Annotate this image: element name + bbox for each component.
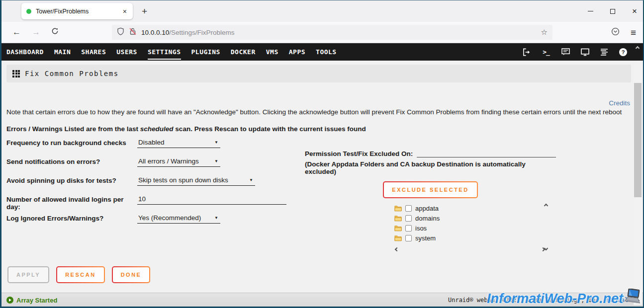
new-tab-button[interactable]: + (142, 6, 147, 17)
toolbar-right: ≡ (611, 22, 636, 43)
page-title: Fix Common Problems (25, 70, 119, 77)
scroll-left-icon[interactable] (395, 247, 399, 251)
apply-button[interactable]: APPLY (7, 266, 49, 283)
scrollbar-thumb[interactable] (634, 83, 642, 197)
folder-icon (394, 225, 402, 231)
array-status-text: Array Started (16, 297, 57, 304)
page-title-bar: Fix Common Problems (6, 65, 631, 82)
nav-item-docker[interactable]: DOCKER (231, 44, 256, 60)
window-controls: × (588, 0, 637, 22)
help-icon[interactable]: ? (619, 48, 627, 56)
pocket-icon[interactable] (611, 27, 620, 38)
main-content: Fix Common Problems Credits Note that ce… (1, 61, 643, 293)
scrollbar-up-icon[interactable] (636, 46, 640, 50)
frequency-label: Frequency to run background checks (6, 138, 137, 147)
shield-icon[interactable] (117, 27, 124, 37)
permission-note: (Docker Appdata Folders and CA backup De… (305, 160, 556, 175)
folder-icon (394, 205, 402, 212)
nav-item-plugins[interactable]: PLUGINS (191, 44, 220, 60)
done-button[interactable]: DONE (112, 266, 151, 283)
action-buttons: APPLY RESCAN DONE (7, 266, 150, 283)
rescan-button[interactable]: RESCAN (56, 266, 104, 283)
nav-item-apps[interactable]: APPS (289, 44, 305, 60)
folder-row-domains: domains (394, 213, 548, 223)
logout-icon[interactable] (522, 48, 531, 57)
folder-checkbox[interactable] (405, 235, 412, 241)
menu-icon[interactable]: ≡ (631, 27, 636, 38)
form-row-log-ignored: Log Ignored Errors/Warnings? Yes (Recomm… (6, 214, 300, 232)
folder-icon (394, 235, 402, 241)
url-path: /Settings/FixProblems (169, 29, 234, 36)
reload-button[interactable] (51, 27, 59, 37)
folder-row-appdata: appdata (394, 203, 548, 213)
nav-item-main[interactable]: MAIN (54, 44, 71, 60)
display-icon[interactable] (580, 48, 589, 57)
exclude-selected-button[interactable]: EXCLUDE SELECTED (383, 181, 477, 198)
chevron-down-icon: ▼ (214, 140, 218, 145)
scrollbar-track[interactable] (634, 62, 642, 305)
nav-item-tools[interactable]: TOOLS (316, 44, 337, 60)
invalid-logins-label: Number of allowed invalid logins per day… (6, 195, 137, 211)
back-button[interactable]: ← (12, 27, 21, 37)
tab-title: Tower/FixProblems (36, 8, 117, 15)
folder-icon (394, 215, 402, 222)
page-scrollbar[interactable] (634, 44, 642, 305)
frequency-select[interactable]: Disabled ▼ (137, 138, 220, 148)
window-maximize-button[interactable] (610, 9, 615, 14)
bookmark-star-icon[interactable]: ☆ (541, 28, 548, 37)
acknowledge-note: Note that certain errors due to how they… (6, 108, 630, 116)
tab-close-icon[interactable]: × (122, 7, 128, 15)
window-close-button[interactable]: × (632, 7, 637, 15)
form-row-frequency: Frequency to run background checks Disab… (6, 138, 300, 157)
invalid-logins-input[interactable] (137, 195, 286, 205)
notifications-select[interactable]: All errors / Warnings ▼ (137, 157, 220, 167)
folder-tree: appdata domains isos system (394, 203, 548, 251)
folder-checkbox[interactable] (405, 215, 412, 222)
chevron-down-icon: ▼ (249, 178, 253, 182)
watermark: InformatiWeb-Pro.net (487, 291, 623, 307)
forward-button[interactable]: → (32, 27, 40, 37)
browser-window: Tower/FixProblems × + × ← → 10.0.0.10/Se… (0, 0, 644, 308)
permission-excluded-label: Permission Test/Fix Excluded On: (305, 150, 413, 157)
folder-row-isos: isos (394, 223, 548, 233)
folder-checkbox[interactable] (405, 225, 412, 231)
browser-tab-bar: Tower/FixProblems × + × (1, 0, 643, 22)
log-ignored-label: Log Ignored Errors/Warnings? (6, 214, 137, 222)
form-row-invalid-logins: Number of allowed invalid logins per day… (6, 195, 300, 214)
nav-item-settings[interactable]: SETTINGS (148, 44, 181, 60)
permission-section: Permission Test/Fix Excluded On: (Docker… (305, 138, 556, 251)
credits-link[interactable]: Credits (609, 99, 630, 107)
browser-toolbar: ← → 10.0.0.10/Settings/FixProblems ☆ ≡ (1, 22, 643, 43)
array-status: Array Started (6, 297, 57, 304)
nav-icon-group: >_ ? (522, 43, 627, 61)
form-row-spin-disks: Avoid spinning up disks for tests? Skip … (6, 176, 300, 195)
tab-favicon (26, 9, 31, 14)
feedback-icon[interactable] (561, 48, 570, 57)
permission-excluded-input[interactable] (417, 150, 556, 157)
notifications-label: Send notifications on errors? (6, 157, 137, 165)
grid-icon (12, 70, 20, 77)
folder-row-system: system (394, 233, 548, 243)
chevron-down-icon: ▼ (214, 216, 218, 220)
form-row-notifications: Send notifications on errors? All errors… (6, 157, 300, 176)
nav-item-users[interactable]: USERS (116, 44, 137, 60)
url-host: 10.0.0.10 (141, 29, 169, 36)
terminal-icon[interactable]: >_ (542, 48, 551, 57)
spin-disks-select[interactable]: Skip tests on spun down disks ▼ (137, 176, 255, 186)
insecure-lock-icon[interactable] (129, 27, 137, 37)
chevron-down-icon: ▼ (214, 159, 218, 163)
window-minimize-button[interactable] (588, 11, 593, 11)
log-ignored-select[interactable]: Yes (Recommended) ▼ (137, 214, 220, 224)
array-started-icon (6, 297, 13, 304)
horizontal-scrollbar (394, 248, 548, 251)
folder-checkbox[interactable] (405, 205, 412, 212)
unraid-nav-bar: DASHBOARD MAIN SHARES USERS SETTINGS PLU… (1, 43, 643, 61)
log-icon[interactable] (600, 48, 609, 57)
nav-item-vms[interactable]: VMS (266, 44, 278, 60)
url-bar[interactable]: 10.0.0.10/Settings/FixProblems ☆ (112, 25, 552, 40)
nav-item-shares[interactable]: SHARES (81, 44, 106, 60)
nav-item-dashboard[interactable]: DASHBOARD (6, 44, 44, 60)
scan-info-line: Errors / Warnings Listed are from the la… (6, 125, 366, 133)
settings-form: Frequency to run background checks Disab… (6, 138, 300, 232)
browser-tab[interactable]: Tower/FixProblems × (21, 3, 133, 19)
